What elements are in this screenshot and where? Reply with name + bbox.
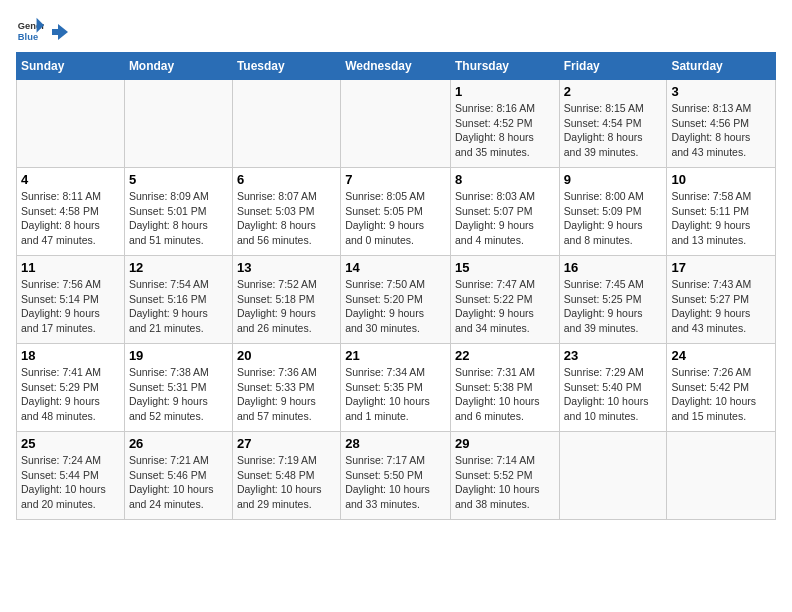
calendar-cell [341,80,451,168]
day-number: 7 [345,172,446,187]
weekday-header-monday: Monday [124,53,232,80]
day-info: Sunrise: 7:24 AM Sunset: 5:44 PM Dayligh… [21,453,120,512]
day-number: 21 [345,348,446,363]
day-info: Sunrise: 7:38 AM Sunset: 5:31 PM Dayligh… [129,365,228,424]
calendar-cell: 20Sunrise: 7:36 AM Sunset: 5:33 PM Dayli… [232,344,340,432]
day-number: 24 [671,348,771,363]
day-number: 9 [564,172,663,187]
day-info: Sunrise: 8:16 AM Sunset: 4:52 PM Dayligh… [455,101,555,160]
logo-icon: General Blue [16,16,44,44]
day-info: Sunrise: 7:56 AM Sunset: 5:14 PM Dayligh… [21,277,120,336]
day-info: Sunrise: 7:21 AM Sunset: 5:46 PM Dayligh… [129,453,228,512]
calendar-cell: 15Sunrise: 7:47 AM Sunset: 5:22 PM Dayli… [450,256,559,344]
day-number: 11 [21,260,120,275]
calendar-cell [17,80,125,168]
day-info: Sunrise: 8:15 AM Sunset: 4:54 PM Dayligh… [564,101,663,160]
day-number: 20 [237,348,336,363]
calendar-cell: 13Sunrise: 7:52 AM Sunset: 5:18 PM Dayli… [232,256,340,344]
day-number: 23 [564,348,663,363]
calendar-cell: 21Sunrise: 7:34 AM Sunset: 5:35 PM Dayli… [341,344,451,432]
day-info: Sunrise: 7:34 AM Sunset: 5:35 PM Dayligh… [345,365,446,424]
day-number: 28 [345,436,446,451]
day-number: 14 [345,260,446,275]
logo: General Blue [16,16,70,44]
calendar-cell: 16Sunrise: 7:45 AM Sunset: 5:25 PM Dayli… [559,256,667,344]
day-info: Sunrise: 8:05 AM Sunset: 5:05 PM Dayligh… [345,189,446,248]
day-number: 13 [237,260,336,275]
calendar-cell: 4Sunrise: 8:11 AM Sunset: 4:58 PM Daylig… [17,168,125,256]
day-info: Sunrise: 7:17 AM Sunset: 5:50 PM Dayligh… [345,453,446,512]
day-number: 10 [671,172,771,187]
calendar-cell [559,432,667,520]
calendar-cell: 5Sunrise: 8:09 AM Sunset: 5:01 PM Daylig… [124,168,232,256]
day-info: Sunrise: 8:11 AM Sunset: 4:58 PM Dayligh… [21,189,120,248]
calendar-cell: 22Sunrise: 7:31 AM Sunset: 5:38 PM Dayli… [450,344,559,432]
calendar-cell: 8Sunrise: 8:03 AM Sunset: 5:07 PM Daylig… [450,168,559,256]
calendar-cell: 19Sunrise: 7:38 AM Sunset: 5:31 PM Dayli… [124,344,232,432]
day-info: Sunrise: 7:50 AM Sunset: 5:20 PM Dayligh… [345,277,446,336]
day-info: Sunrise: 7:26 AM Sunset: 5:42 PM Dayligh… [671,365,771,424]
day-number: 15 [455,260,555,275]
calendar-cell: 18Sunrise: 7:41 AM Sunset: 5:29 PM Dayli… [17,344,125,432]
day-number: 17 [671,260,771,275]
weekday-header-row: SundayMondayTuesdayWednesdayThursdayFrid… [17,53,776,80]
svg-marker-3 [52,24,68,40]
day-number: 4 [21,172,120,187]
weekday-header-sunday: Sunday [17,53,125,80]
day-number: 29 [455,436,555,451]
calendar-table: SundayMondayTuesdayWednesdayThursdayFrid… [16,52,776,520]
day-info: Sunrise: 7:41 AM Sunset: 5:29 PM Dayligh… [21,365,120,424]
day-info: Sunrise: 7:54 AM Sunset: 5:16 PM Dayligh… [129,277,228,336]
weekday-header-tuesday: Tuesday [232,53,340,80]
calendar-cell: 6Sunrise: 8:07 AM Sunset: 5:03 PM Daylig… [232,168,340,256]
week-row-2: 4Sunrise: 8:11 AM Sunset: 4:58 PM Daylig… [17,168,776,256]
calendar-cell: 9Sunrise: 8:00 AM Sunset: 5:09 PM Daylig… [559,168,667,256]
calendar-cell: 17Sunrise: 7:43 AM Sunset: 5:27 PM Dayli… [667,256,776,344]
svg-text:Blue: Blue [18,32,38,42]
day-number: 1 [455,84,555,99]
week-row-5: 25Sunrise: 7:24 AM Sunset: 5:44 PM Dayli… [17,432,776,520]
calendar-cell: 28Sunrise: 7:17 AM Sunset: 5:50 PM Dayli… [341,432,451,520]
page-header: General Blue [16,16,776,44]
weekday-header-friday: Friday [559,53,667,80]
day-info: Sunrise: 7:45 AM Sunset: 5:25 PM Dayligh… [564,277,663,336]
calendar-cell: 2Sunrise: 8:15 AM Sunset: 4:54 PM Daylig… [559,80,667,168]
day-number: 5 [129,172,228,187]
calendar-cell [124,80,232,168]
day-info: Sunrise: 8:03 AM Sunset: 5:07 PM Dayligh… [455,189,555,248]
calendar-cell: 24Sunrise: 7:26 AM Sunset: 5:42 PM Dayli… [667,344,776,432]
day-info: Sunrise: 7:19 AM Sunset: 5:48 PM Dayligh… [237,453,336,512]
week-row-4: 18Sunrise: 7:41 AM Sunset: 5:29 PM Dayli… [17,344,776,432]
day-info: Sunrise: 8:13 AM Sunset: 4:56 PM Dayligh… [671,101,771,160]
calendar-cell: 11Sunrise: 7:56 AM Sunset: 5:14 PM Dayli… [17,256,125,344]
day-info: Sunrise: 7:43 AM Sunset: 5:27 PM Dayligh… [671,277,771,336]
day-number: 19 [129,348,228,363]
week-row-3: 11Sunrise: 7:56 AM Sunset: 5:14 PM Dayli… [17,256,776,344]
day-info: Sunrise: 7:31 AM Sunset: 5:38 PM Dayligh… [455,365,555,424]
calendar-cell: 10Sunrise: 7:58 AM Sunset: 5:11 PM Dayli… [667,168,776,256]
day-number: 18 [21,348,120,363]
day-number: 22 [455,348,555,363]
day-info: Sunrise: 8:07 AM Sunset: 5:03 PM Dayligh… [237,189,336,248]
day-info: Sunrise: 8:00 AM Sunset: 5:09 PM Dayligh… [564,189,663,248]
day-info: Sunrise: 7:36 AM Sunset: 5:33 PM Dayligh… [237,365,336,424]
day-number: 12 [129,260,228,275]
calendar-cell [667,432,776,520]
day-info: Sunrise: 7:58 AM Sunset: 5:11 PM Dayligh… [671,189,771,248]
day-number: 26 [129,436,228,451]
calendar-cell: 23Sunrise: 7:29 AM Sunset: 5:40 PM Dayli… [559,344,667,432]
calendar-cell: 25Sunrise: 7:24 AM Sunset: 5:44 PM Dayli… [17,432,125,520]
calendar-cell: 12Sunrise: 7:54 AM Sunset: 5:16 PM Dayli… [124,256,232,344]
day-info: Sunrise: 7:52 AM Sunset: 5:18 PM Dayligh… [237,277,336,336]
day-number: 27 [237,436,336,451]
calendar-cell: 14Sunrise: 7:50 AM Sunset: 5:20 PM Dayli… [341,256,451,344]
calendar-cell: 3Sunrise: 8:13 AM Sunset: 4:56 PM Daylig… [667,80,776,168]
weekday-header-wednesday: Wednesday [341,53,451,80]
calendar-cell: 26Sunrise: 7:21 AM Sunset: 5:46 PM Dayli… [124,432,232,520]
day-number: 16 [564,260,663,275]
day-number: 6 [237,172,336,187]
calendar-cell: 1Sunrise: 8:16 AM Sunset: 4:52 PM Daylig… [450,80,559,168]
weekday-header-thursday: Thursday [450,53,559,80]
day-number: 3 [671,84,771,99]
day-info: Sunrise: 8:09 AM Sunset: 5:01 PM Dayligh… [129,189,228,248]
